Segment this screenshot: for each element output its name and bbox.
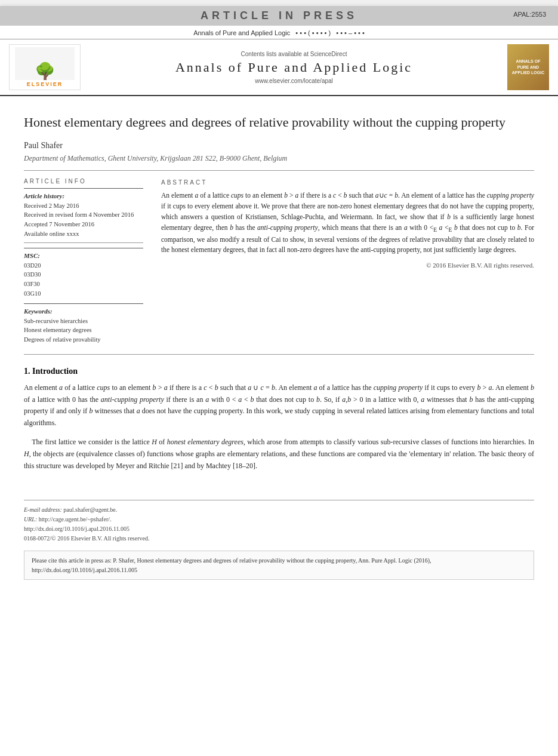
abstract-header: ABSTRACT — [161, 178, 534, 188]
journal-cover-text: ANNALS OF PURE AND APPLIED LOGIC — [510, 59, 547, 76]
author-name: Paul Shafer — [24, 141, 534, 150]
journal-cover: ANNALS OF PURE AND APPLIED LOGIC — [507, 44, 549, 90]
aip-banner: ARTICLE IN PRESS APAL:2553 — [0, 6, 558, 26]
intro-title: 1. Introduction — [24, 367, 534, 376]
info-abstract-section: ARTICLE INFO Article history: Received 2… — [24, 178, 534, 345]
article-title: Honest elementary degrees and degrees of… — [24, 114, 534, 131]
journal-header: Annals of Pure and Applied Logic • • • (… — [0, 26, 558, 39]
intro-paragraph-1: An element a of a lattice cups to an ele… — [24, 382, 534, 429]
elsevier-wordmark: ELSEVIER — [27, 81, 63, 87]
history-label: Article history: — [24, 192, 143, 199]
msc-label: MSC: — [24, 252, 143, 259]
citation-box: Please cite this article in press as: P.… — [24, 551, 534, 580]
url-line: URL: http://cage.ugent.be/~pshafer/. — [24, 515, 534, 524]
affiliation: Department of Mathematics, Ghent Univers… — [24, 154, 534, 163]
doi-line: http://dx.doi.org/10.1016/j.apal.2016.11… — [24, 524, 534, 534]
citation-text: Please cite this article in press as: P.… — [32, 557, 431, 573]
abstract-col: ABSTRACT An element a of a lattice cups … — [161, 178, 534, 345]
article-history-box: Article history: Received 2 May 2016 Rec… — [24, 188, 143, 243]
journal-url: www.elsevier.com/locate/apal — [87, 78, 501, 84]
available-date: Available online xxxx — [24, 229, 143, 239]
revised-date: Received in revised form 4 November 2016 — [24, 210, 143, 220]
sciencedirect-text: Contents lists available at ScienceDirec… — [87, 51, 501, 57]
msc-code-3: 03F30 — [24, 279, 143, 289]
url-value: http://cage.ugent.be/~pshafer/. — [39, 516, 112, 523]
elsevier-logo-img: 🌳 — [15, 47, 75, 80]
footer-divider — [24, 500, 534, 500]
publisher-header: 🌳 ELSEVIER Contents lists available at S… — [0, 39, 558, 96]
elsevier-logo: 🌳 ELSEVIER — [9, 44, 81, 90]
section-divider — [24, 354, 534, 355]
footer-notes: E-mail address: paul.shafer@ugent.be. UR… — [0, 505, 558, 543]
intro-paragraph-2: The first lattice we consider is the lat… — [24, 437, 534, 472]
keywords-box: Keywords: Sub-recursive hierarchies Hone… — [24, 303, 143, 345]
email-line: E-mail address: paul.shafer@ugent.be. — [24, 505, 534, 515]
abstract-text: An element a of a lattice cups to an ele… — [161, 190, 534, 256]
keywords-label: Keywords: — [24, 308, 143, 315]
received-date: Received 2 May 2016 — [24, 201, 143, 211]
main-content: Honest elementary degrees and degrees of… — [0, 96, 558, 491]
elsevier-tree-icon: 🌳 — [35, 63, 56, 80]
issn-line: 0168-0072/© 2016 Elsevier B.V. All right… — [24, 534, 534, 543]
article-info-header: ARTICLE INFO — [24, 178, 143, 185]
email-value: paul.shafer@ugent.be. — [63, 506, 117, 513]
apal-id: APAL:2553 — [513, 11, 546, 18]
journal-center: Contents lists available at ScienceDirec… — [87, 44, 501, 90]
aip-banner-text: ARTICLE IN PRESS — [201, 10, 357, 21]
article-page: ARTICLE IN PRESS APAL:2553 Annals of Pur… — [0, 6, 558, 756]
keyword-2: Honest elementary degrees — [24, 325, 143, 335]
keyword-3: Degrees of relative provability — [24, 335, 143, 345]
msc-box: MSC: 03D20 03D30 03F30 03G10 — [24, 248, 143, 299]
journal-title-display: Annals of Pure and Applied Logic — [87, 60, 501, 75]
msc-code-4: 03G10 — [24, 289, 143, 299]
msc-code-1: 03D20 — [24, 261, 143, 271]
keyword-1: Sub-recursive hierarchies — [24, 316, 143, 326]
accepted-date: Accepted 7 November 2016 — [24, 220, 143, 229]
copyright-text: © 2016 Elsevier B.V. All rights reserved… — [161, 260, 534, 271]
journal-header-text: Annals of Pure and Applied Logic • • • (… — [193, 29, 365, 36]
msc-code-2: 03D30 — [24, 270, 143, 279]
article-info-col: ARTICLE INFO Article history: Received 2… — [24, 178, 143, 345]
header-divider — [24, 170, 534, 171]
